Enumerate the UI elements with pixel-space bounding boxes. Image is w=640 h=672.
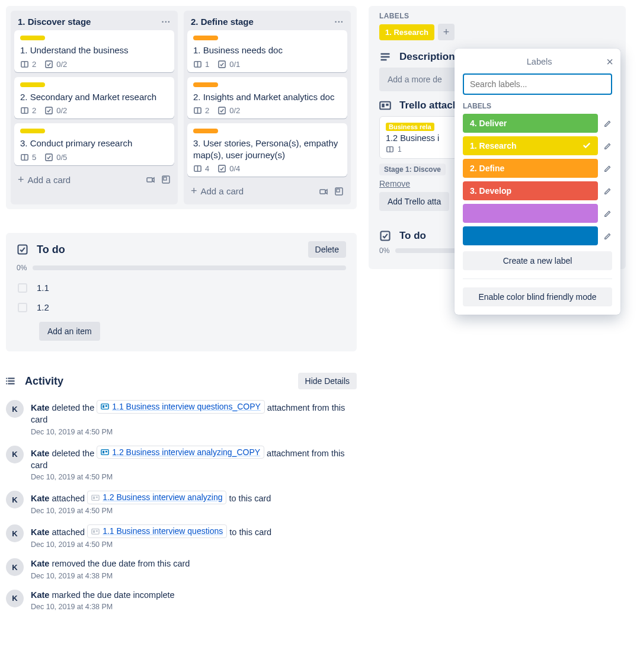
colorblind-mode-button[interactable]: Enable color blind friendly mode — [463, 287, 612, 306]
add-card-button[interactable]: Add a card — [201, 186, 319, 196]
template-icon[interactable] — [334, 187, 344, 196]
todo-heading: To do — [399, 230, 426, 242]
card-label-chip[interactable] — [193, 36, 218, 40]
avatar[interactable]: K — [6, 491, 24, 508]
plus-icon: + — [191, 185, 197, 197]
attachment-pill[interactable]: 1.2 Business interview analyzing — [87, 491, 226, 504]
attachments-badge: 5 — [20, 153, 36, 162]
attachment-pill[interactable]: 1.2 Business interview analyzing_COPY — [97, 446, 264, 459]
attachments-badge: 1 — [193, 60, 209, 69]
list: 1. Discover stage ··· 1. Understand the … — [11, 11, 178, 204]
label-option[interactable]: 2. Define — [463, 159, 598, 178]
todo-percent: 0% — [379, 247, 389, 255]
card[interactable]: 3. User stories, Persona(s), empathy map… — [187, 123, 347, 177]
pencil-icon[interactable] — [604, 187, 612, 195]
label-option[interactable] — [463, 226, 598, 245]
list-menu-icon[interactable]: ··· — [334, 17, 344, 27]
card[interactable]: 2. Secondary and Market research 2 0/2 — [14, 77, 174, 119]
activity-time: Dec 10, 2019 at 4:50 PM — [31, 507, 271, 515]
attachment-pill[interactable]: 1.1 Business interview questions — [87, 524, 227, 538]
close-icon[interactable]: × — [606, 56, 613, 68]
check-icon — [583, 142, 591, 150]
attachments-badge: 4 — [193, 164, 209, 173]
hide-details-button[interactable]: Hide Details — [298, 373, 357, 389]
camera-icon[interactable] — [146, 175, 155, 184]
activity-user[interactable]: Kate — [31, 403, 49, 412]
card-label-chip[interactable] — [20, 82, 45, 87]
label-name: 2. Define — [470, 164, 504, 173]
avatar[interactable]: K — [6, 590, 24, 607]
pencil-icon[interactable] — [604, 164, 612, 172]
camera-icon[interactable] — [319, 187, 328, 196]
avatar[interactable]: K — [6, 446, 24, 463]
card-label-chip[interactable] — [193, 129, 218, 133]
template-icon[interactable] — [161, 175, 171, 184]
trello-card-icon — [91, 494, 100, 502]
label-research[interactable]: 1. Research — [379, 24, 434, 40]
card[interactable]: 2. Insights and Market analytics doc 2 0… — [187, 77, 347, 119]
card[interactable]: 3. Conduct primary research 5 0/5 — [14, 123, 174, 165]
label-option[interactable]: 4. Deliver — [463, 114, 598, 133]
search-labels-input[interactable] — [463, 73, 612, 95]
list-menu-icon[interactable]: ··· — [161, 17, 171, 27]
add-card-button[interactable]: Add a card — [28, 175, 146, 185]
list-title[interactable]: 1. Discover stage — [18, 17, 161, 27]
add-checklist-item-button[interactable]: Add an item — [39, 322, 100, 341]
checklist-badge: 0/4 — [217, 164, 240, 173]
pencil-icon[interactable] — [604, 209, 612, 217]
activity-user[interactable]: Kate — [31, 494, 49, 504]
card-label-chip[interactable] — [20, 129, 45, 133]
activity-item: K Kate deleted the 1.1 Business intervie… — [6, 400, 357, 436]
delete-checklist-button[interactable]: Delete — [308, 241, 346, 258]
activity-item: K Kate attached 1.1 Business interview q… — [6, 524, 357, 549]
card[interactable]: 1. Understand the business 2 0/2 — [14, 30, 174, 72]
pencil-icon[interactable] — [604, 142, 612, 150]
pencil-icon[interactable] — [604, 119, 612, 127]
attachment-pill[interactable]: 1.1 Business interview questions_COPY — [97, 400, 265, 414]
label-option[interactable]: 3. Develop — [463, 181, 598, 200]
activity-user[interactable]: Kate — [31, 590, 49, 600]
activity-user[interactable]: Kate — [31, 449, 49, 458]
activity-time: Dec 10, 2019 at 4:50 PM — [31, 473, 357, 481]
label-option[interactable] — [463, 204, 598, 223]
add-label-button[interactable]: + — [438, 24, 455, 40]
checkbox[interactable] — [18, 283, 27, 293]
checklist-badge: 0/1 — [217, 60, 240, 69]
activity-icon — [6, 376, 17, 386]
card-label-chip[interactable] — [20, 36, 45, 40]
avatar[interactable]: K — [6, 524, 24, 542]
pencil-icon[interactable] — [604, 232, 612, 240]
card-label-chip[interactable] — [193, 82, 218, 87]
activity-user[interactable]: Kate — [31, 559, 49, 568]
avatar[interactable]: K — [6, 558, 24, 576]
popover-section-heading: Labels — [463, 102, 612, 110]
checklist-percent: 0% — [17, 264, 27, 272]
stage-chip[interactable]: Stage 1: Discove — [379, 164, 446, 175]
checklist-item[interactable]: 1.2 — [17, 297, 346, 317]
activity-item: K Kate attached 1.2 Business interview a… — [6, 491, 357, 515]
avatar[interactable]: K — [6, 400, 24, 418]
checkbox[interactable] — [18, 303, 27, 312]
checklist-badge: 0/5 — [44, 153, 67, 162]
activity-user[interactable]: Kate — [31, 528, 49, 537]
attachments-badge: 2 — [193, 106, 209, 115]
trello-card-icon — [101, 402, 109, 411]
list-title[interactable]: 2. Define stage — [191, 17, 334, 27]
labels-popover: Labels × Labels 4. Deliver 1. Research 2… — [455, 49, 620, 315]
activity-time: Dec 10, 2019 at 4:50 PM — [31, 428, 357, 436]
label-option[interactable]: 1. Research — [463, 136, 598, 155]
trello-card-icon — [91, 527, 100, 536]
attachments-badge: 2 — [20, 60, 36, 69]
add-trello-attachment-button[interactable]: Add Trello atta — [379, 192, 449, 211]
activity-time: Dec 10, 2019 at 4:38 PM — [31, 603, 175, 611]
list: 2. Define stage ··· 1. Business needs do… — [184, 11, 351, 204]
create-label-button[interactable]: Create a new label — [463, 251, 612, 270]
remove-attachment-link[interactable]: Remove — [379, 179, 410, 188]
card[interactable]: 1. Business needs doc 1 0/1 — [187, 30, 347, 72]
checklist-item[interactable]: 1.1 — [17, 278, 346, 297]
description-icon — [379, 51, 391, 63]
checklist-section: To do Delete 0% 1.11.2 Add an item — [6, 233, 357, 351]
label-name: 1. Research — [470, 141, 517, 151]
activity-title: Activity — [25, 375, 290, 388]
checklist-badge: 0/2 — [217, 106, 240, 115]
